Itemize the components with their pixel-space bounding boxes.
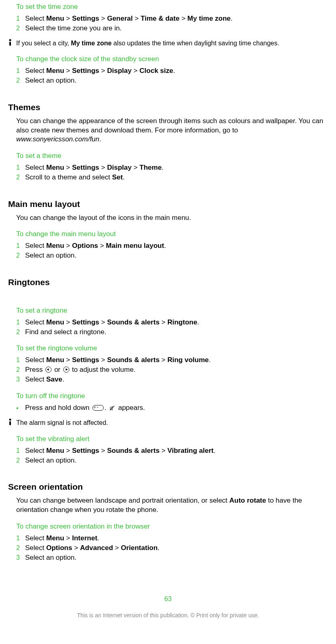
note-alarm: The alarm signal is not affected.	[8, 418, 324, 427]
steps-time-zone: 1 Select Menu > Settings > General > Tim…	[16, 14, 324, 33]
step-number: 2	[16, 365, 25, 374]
step-text: Select Menu > Internet.	[25, 534, 324, 543]
step-number: 1	[16, 66, 25, 75]
step-number: 1	[16, 318, 25, 327]
heading-vibrating-alert: To set the vibrating alert	[16, 435, 324, 444]
list-item: 2 Select an option.	[16, 456, 324, 465]
step-number: 1	[16, 14, 25, 23]
step-number: 2	[16, 456, 25, 465]
list-item: 2 Select an option.	[16, 251, 324, 260]
list-item: 3 Select an option.	[16, 553, 324, 563]
steps-main-menu-layout: 1 Select Menu > Options > Main menu layo…	[16, 241, 324, 260]
step-text: Select an option.	[25, 251, 324, 260]
info-icon	[8, 39, 16, 47]
step-text: Select Menu > Settings > Sounds & alerts…	[25, 356, 324, 365]
steps-vibrating-alert: 1 Select Menu > Settings > Sounds & aler…	[16, 446, 324, 465]
step-text: Press and hold down . appears.	[25, 403, 324, 413]
section-orientation: Screen orientation	[8, 481, 324, 493]
heading-clock-size: To change the clock size of the standby …	[16, 55, 324, 64]
step-text: Select Menu > Settings > Sounds & alerts…	[25, 318, 324, 327]
nav-left-icon	[45, 367, 51, 373]
step-number: 2	[16, 24, 25, 33]
step-number: 1	[16, 356, 25, 365]
step-number: 1	[16, 241, 25, 250]
step-text: Scroll to a theme and select Set.	[25, 173, 324, 182]
list-item: 1 Select Menu > Settings > Display > Clo…	[16, 66, 324, 76]
steps-clock-size: 1 Select Menu > Settings > Display > Clo…	[16, 66, 324, 85]
step-text: Select an option.	[25, 553, 324, 563]
heading-time-zone: To set the time zone	[16, 2, 324, 12]
svg-rect-1	[9, 42, 11, 46]
steps-set-ringtone: 1 Select Menu > Settings > Sounds & aler…	[16, 318, 324, 337]
step-number: 1	[16, 163, 25, 172]
list-item: 1 Select Menu > Internet.	[16, 534, 324, 543]
silent-mode-icon	[109, 405, 116, 412]
list-item: 2 Find and select a ringtone.	[16, 328, 324, 337]
page-content: To set the time zone 1 Select Menu > Set…	[8, 2, 328, 562]
step-number: 2	[16, 544, 25, 552]
step-number: 1	[16, 446, 25, 455]
note-text: If you select a city, My time zone also …	[16, 39, 324, 48]
step-number: 1	[16, 534, 25, 543]
nav-right-icon	[63, 367, 69, 373]
svg-point-0	[9, 39, 11, 41]
steps-turn-off-ringtone: • Press and hold down . appears.	[16, 403, 324, 413]
page-number: 63	[8, 595, 328, 603]
step-number: 2	[16, 76, 25, 85]
list-item: 1 Select Menu > Settings > General > Tim…	[16, 14, 324, 23]
section-themes: Themes	[8, 102, 324, 113]
heading-turn-off-ringtone: To turn off the ringtone	[16, 392, 324, 401]
step-text: Select Save.	[25, 375, 324, 384]
bullet-icon: •	[16, 403, 25, 412]
steps-orientation-browser: 1 Select Menu > Internet. 2 Select Optio…	[16, 534, 324, 563]
info-icon	[8, 418, 16, 427]
section-main-menu: Main menu layout	[8, 198, 324, 210]
step-text: Select Options > Advanced > Orientation.	[25, 544, 324, 553]
list-item: 2 Scroll to a theme and select Set.	[16, 173, 324, 182]
list-item: 1 Select Menu > Settings > Sounds & aler…	[16, 446, 324, 456]
svg-rect-4	[9, 421, 11, 425]
list-item: 2 Select an option.	[16, 76, 324, 85]
step-number: 3	[16, 375, 25, 384]
hash-key-icon	[92, 405, 104, 411]
list-item: 2 Select Options > Advanced > Orientatio…	[16, 544, 324, 553]
list-item: 2 Press or to adjust the volume.	[16, 365, 324, 375]
orientation-para: You can change between landscape and por…	[16, 496, 324, 515]
step-text: Select Menu > Settings > Display > Theme…	[25, 163, 324, 173]
list-item: 1 Select Menu > Options > Main menu layo…	[16, 241, 324, 251]
step-text: Select an option.	[25, 456, 324, 465]
section-ringtones: Ringtones	[8, 277, 324, 288]
list-item: 2 Select the time zone you are in.	[16, 24, 324, 33]
step-text: Find and select a ringtone.	[25, 328, 324, 337]
heading-main-menu-layout: To change the main menu layout	[16, 230, 324, 239]
step-number: 3	[16, 553, 25, 562]
step-number: 2	[16, 328, 25, 337]
list-item: 3 Select Save.	[16, 375, 324, 384]
step-text: Select Menu > Options > Main menu layout…	[25, 241, 324, 251]
note-text: The alarm signal is not affected.	[16, 418, 324, 427]
step-text: Select the time zone you are in.	[25, 24, 324, 33]
heading-orientation-browser: To change screen orientation in the brow…	[16, 522, 324, 531]
svg-point-3	[9, 419, 11, 421]
step-text: Press or to adjust the volume.	[25, 365, 324, 375]
step-text: Select Menu > Settings > General > Time …	[25, 14, 324, 23]
heading-set-theme: To set a theme	[16, 151, 324, 161]
step-number: 2	[16, 251, 25, 260]
step-number: 2	[16, 173, 25, 182]
step-text: Select an option.	[25, 76, 324, 85]
list-item: 1 Select Menu > Settings > Sounds & aler…	[16, 318, 324, 327]
note-time-zone: If you select a city, My time zone also …	[8, 39, 324, 48]
list-item: • Press and hold down . appears.	[16, 403, 324, 413]
footer-text: This is an Internet version of this publ…	[8, 612, 328, 619]
steps-ringtone-volume: 1 Select Menu > Settings > Sounds & aler…	[16, 356, 324, 384]
list-item: 1 Select Menu > Settings > Sounds & aler…	[16, 356, 324, 365]
heading-set-ringtone: To set a ringtone	[16, 306, 324, 316]
heading-ringtone-volume: To set the ringtone volume	[16, 344, 324, 353]
step-text: Select Menu > Settings > Display > Clock…	[25, 66, 324, 76]
step-text: Select Menu > Settings > Sounds & alerts…	[25, 446, 324, 456]
main-menu-para: You can change the layout of the icons i…	[16, 213, 324, 223]
list-item: 1 Select Menu > Settings > Display > The…	[16, 163, 324, 173]
steps-set-theme: 1 Select Menu > Settings > Display > The…	[16, 163, 324, 182]
themes-para: You can change the appearance of the scr…	[16, 117, 324, 145]
